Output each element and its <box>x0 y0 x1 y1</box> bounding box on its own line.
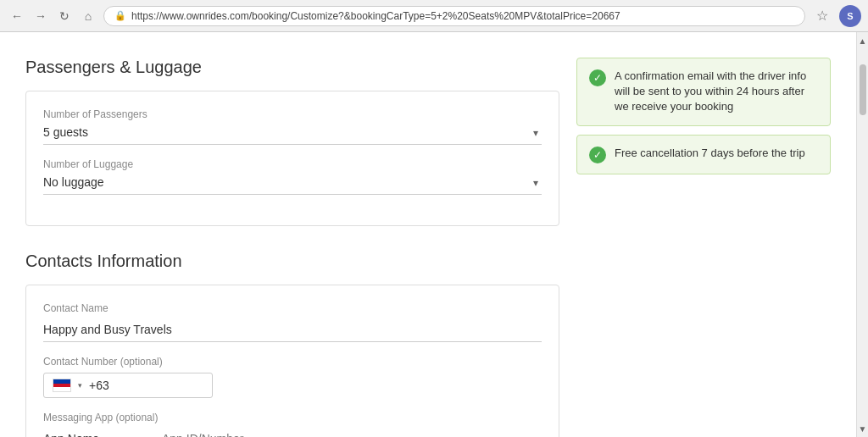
app-name-select[interactable]: App Name WhatsApp Viber WeChat LINE Tele… <box>43 432 117 437</box>
app-id-input[interactable] <box>162 429 310 437</box>
back-button[interactable]: ← <box>7 6 27 26</box>
home-button[interactable]: ⌂ <box>78 6 98 26</box>
main-column: Passengers & Luggage Number of Passenger… <box>25 58 559 412</box>
passengers-select-wrapper: 1 guest 2 guests 3 guests 4 guests 5 gue… <box>43 125 542 145</box>
browser-chrome: ← → ↻ ⌂ 🔒 https://www.ownrides.com/booki… <box>0 0 868 32</box>
passengers-group: Number of Passengers 1 guest 2 guests 3 … <box>43 108 542 145</box>
notice-card-1: ✓ A confirmation email with the driver i… <box>576 58 831 126</box>
contact-number-label: Contact Number (optional) <box>43 356 542 368</box>
passengers-select[interactable]: 1 guest 2 guests 3 guests 4 guests 5 gue… <box>43 125 542 139</box>
forward-button[interactable]: → <box>31 6 51 26</box>
scrollbar-up-arrow[interactable]: ▲ <box>857 34 869 47</box>
page-content: Passengers & Luggage Number of Passenger… <box>0 32 856 437</box>
check-icon-2: ✓ <box>589 147 606 163</box>
app-name-dropdown-arrow: ▾ <box>136 434 142 437</box>
notice-card-2: ✓ Free cancellation 7 days before the tr… <box>576 135 831 174</box>
messaging-label: Messaging App (optional) <box>43 412 542 423</box>
messaging-row: App Name WhatsApp Viber WeChat LINE Tele… <box>43 429 542 437</box>
passengers-card: Number of Passengers 1 guest 2 guests 3 … <box>25 91 559 226</box>
phone-code: +63 <box>89 379 109 392</box>
right-column: ✓ A confirmation email with the driver i… <box>576 58 831 412</box>
check-icon-1: ✓ <box>589 69 606 86</box>
contacts-section-title: Contacts Information <box>25 252 559 271</box>
contacts-card: Contact Name Contact Number (optional) ▾… <box>25 285 559 437</box>
nav-buttons: ← → ↻ ⌂ <box>7 6 98 26</box>
app-name-select-wrapper: App Name WhatsApp Viber WeChat LINE Tele… <box>43 432 145 437</box>
notice-text-1: A confirmation email with the driver inf… <box>615 69 818 115</box>
phone-input-row: ▾ +63 <box>43 373 213 398</box>
scrollbar-track: ▲ ▼ <box>856 32 868 437</box>
passengers-label: Number of Passengers <box>43 108 542 120</box>
page-wrapper: Passengers & Luggage Number of Passenger… <box>0 32 868 437</box>
contact-name-label: Contact Name <box>43 302 542 314</box>
contact-name-group: Contact Name <box>43 302 542 342</box>
notice-text-2: Free cancellation 7 days before the trip <box>615 146 805 161</box>
messaging-app-group: Messaging App (optional) App Name WhatsA… <box>43 412 542 437</box>
url-text: https://www.ownrides.com/booking/Customi… <box>131 10 794 22</box>
contact-name-input[interactable] <box>43 319 542 342</box>
flag-dropdown-arrow[interactable]: ▾ <box>78 381 82 390</box>
profile-avatar: S <box>839 5 861 27</box>
scrollbar-down-arrow[interactable]: ▼ <box>857 422 869 435</box>
passengers-section-title: Passengers & Luggage <box>25 58 559 77</box>
bookmark-button[interactable]: ☆ <box>810 4 834 28</box>
contact-number-group: Contact Number (optional) ▾ +63 <box>43 356 542 398</box>
scrollbar-thumb[interactable] <box>860 64 866 115</box>
luggage-select[interactable]: No luggage 1 bag 2 bags 3 bags 4 bags <box>43 175 542 189</box>
lock-icon: 🔒 <box>114 10 126 21</box>
address-bar[interactable]: 🔒 https://www.ownrides.com/booking/Custo… <box>103 6 805 26</box>
luggage-select-wrapper: No luggage 1 bag 2 bags 3 bags 4 bags ▾ <box>43 175 542 195</box>
luggage-label: Number of Luggage <box>43 158 542 170</box>
ph-flag-icon <box>53 379 71 392</box>
luggage-group: Number of Luggage No luggage 1 bag 2 bag… <box>43 158 542 195</box>
refresh-button[interactable]: ↻ <box>54 6 75 26</box>
